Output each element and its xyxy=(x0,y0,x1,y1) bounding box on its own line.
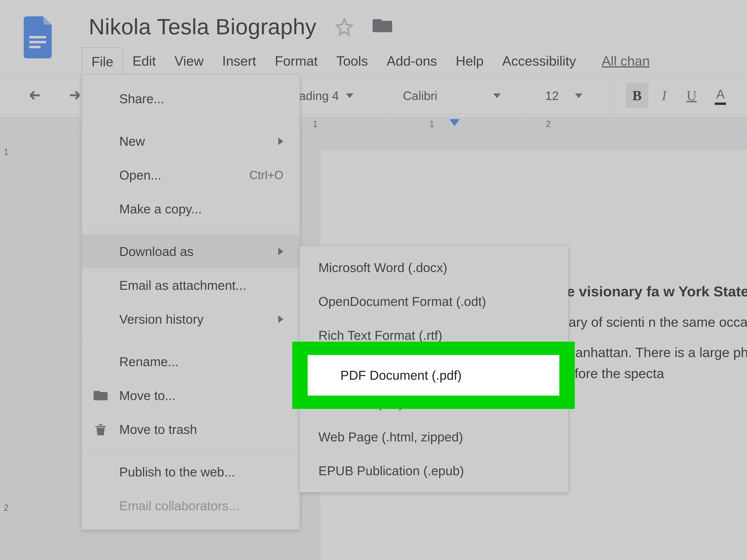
menu-tools[interactable]: Tools xyxy=(327,47,377,75)
file-open[interactable]: Open... Ctrl+O xyxy=(82,158,300,192)
font-size-select[interactable]: 12 xyxy=(523,77,604,114)
text-format-group: B I U A xyxy=(614,77,731,114)
vertical-ruler[interactable]: 1 2 xyxy=(0,117,19,560)
font-family-select[interactable]: Calibri xyxy=(389,77,515,114)
menu-insert[interactable]: Insert xyxy=(213,47,265,75)
star-icon[interactable] xyxy=(335,18,354,36)
italic-button[interactable]: I xyxy=(655,83,673,108)
font-size-label: 12 xyxy=(545,89,559,103)
file-version-history[interactable]: Version history xyxy=(82,302,300,336)
file-email-attachment[interactable]: Email as attachment... xyxy=(82,268,300,302)
file-move-to-trash[interactable]: Move to trash xyxy=(82,412,300,446)
menu-view[interactable]: View xyxy=(165,47,213,75)
menubar: File Edit View Insert Format Tools Add-o… xyxy=(82,47,747,75)
underline-button[interactable]: U xyxy=(680,83,703,108)
file-make-copy[interactable]: Make a copy... xyxy=(82,192,300,226)
download-pdf-highlighted[interactable]: PDF Document (.pdf) xyxy=(308,355,559,396)
menu-format[interactable]: Format xyxy=(265,47,327,75)
font-family-label: Calibri xyxy=(403,89,437,103)
redo-button[interactable] xyxy=(63,88,82,103)
svg-rect-2 xyxy=(29,46,41,48)
menu-separator xyxy=(82,230,300,230)
file-rename[interactable]: Rename... xyxy=(82,345,300,379)
menu-changes-link[interactable]: All chan xyxy=(592,47,659,75)
caret-down-icon xyxy=(346,94,354,98)
submenu-arrow-icon xyxy=(278,137,283,145)
svg-rect-1 xyxy=(29,41,46,44)
menu-addons[interactable]: Add-ons xyxy=(377,47,446,75)
folder-icon xyxy=(94,389,108,403)
file-new[interactable]: New xyxy=(82,124,300,158)
file-share[interactable]: Share... xyxy=(82,82,300,116)
menu-accessibility[interactable]: Accessibility xyxy=(493,47,586,75)
trash-icon xyxy=(94,423,108,436)
document-title[interactable]: Nikola Tesla Biography xyxy=(89,14,316,40)
submenu-arrow-icon xyxy=(278,248,283,255)
paragraph-style-label: ading 4 xyxy=(299,89,339,103)
menu-edit[interactable]: Edit xyxy=(123,47,165,75)
text-color-button[interactable]: A xyxy=(710,84,731,107)
download-html[interactable]: Web Page (.html, zipped) xyxy=(300,420,568,454)
undo-button[interactable] xyxy=(28,88,47,103)
file-move-to[interactable]: Move to... xyxy=(82,379,300,412)
download-docx[interactable]: Microsoft Word (.docx) xyxy=(300,251,568,284)
menu-file[interactable]: File xyxy=(82,47,123,75)
shortcut-label: Ctrl+O xyxy=(249,169,283,182)
text-color-swatch xyxy=(715,103,726,105)
caret-down-icon xyxy=(493,94,501,98)
google-docs-icon xyxy=(23,16,55,58)
menu-separator xyxy=(82,340,300,340)
submenu-arrow-icon xyxy=(278,315,283,323)
caret-down-icon xyxy=(575,94,583,98)
download-epub[interactable]: EPUB Publication (.epub) xyxy=(300,454,568,488)
file-email-collaborators: Email collaborators... xyxy=(82,489,300,523)
file-menu-dropdown: Share... New Open... Ctrl+O Make a copy.… xyxy=(82,75,300,530)
download-odt[interactable]: OpenDocument Format (.odt) xyxy=(300,284,568,318)
indent-marker-icon[interactable] xyxy=(449,119,460,126)
file-download-as[interactable]: Download as xyxy=(82,234,300,268)
header-bar: Nikola Tesla Biography File Edit View In… xyxy=(0,0,747,77)
folder-move-icon[interactable] xyxy=(372,18,392,34)
svg-rect-0 xyxy=(29,36,46,39)
menu-help[interactable]: Help xyxy=(446,47,493,75)
file-publish[interactable]: Publish to the web... xyxy=(82,455,300,489)
bold-button[interactable]: B xyxy=(626,83,648,108)
